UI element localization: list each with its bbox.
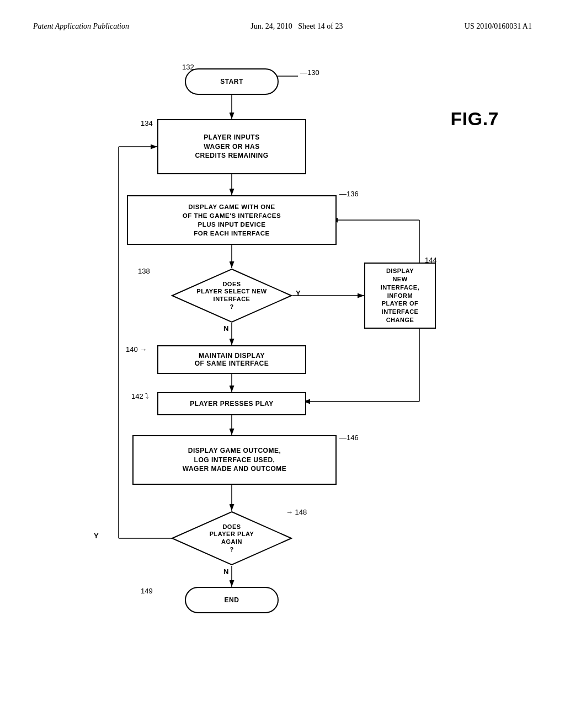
player-inputs-node: PLAYER INPUTS WAGER OR HAS CREDITS REMAI… — [157, 119, 306, 174]
end-label: END — [225, 596, 239, 604]
does-player-play-label: DOESPLAYER PLAYAGAIN? — [210, 523, 254, 554]
label-149: 149 — [141, 587, 153, 595]
display-new-node: DISPLAY NEW INTERFACE, INFORM PLAYER OF … — [364, 263, 436, 329]
display-outcome-label: DISPLAY GAME OUTCOME, LOG INTERFACE USED… — [183, 446, 287, 474]
label-134: 134 — [141, 119, 153, 127]
does-select-y-label: Y — [296, 289, 301, 297]
does-player-select-node: DOESPLAYER SELECT NEWINTERFACE? — [171, 268, 292, 323]
label-142: 142 ⤵ — [131, 392, 149, 400]
does-player-select-label: DOESPLAYER SELECT NEWINTERFACE? — [196, 281, 266, 311]
maintain-display-node: MAINTAIN DISPLAY OF SAME INTERFACE — [157, 345, 306, 374]
page: Patent Application Publication Jun. 24, … — [0, 0, 565, 728]
display-game-label: DISPLAY GAME WITH ONE OF THE GAME'S INTE… — [183, 202, 281, 238]
header-patent: US 2010/0160031 A1 — [465, 22, 532, 30]
fig-label: FIG.7 — [450, 108, 499, 130]
label-146: —146 — [339, 433, 359, 442]
display-new-label: DISPLAY NEW INTERFACE, INFORM PLAYER OF … — [381, 267, 419, 324]
diagram-area: FIG.7 —130 132 START 134 PLAYER INPUTS W… — [33, 47, 532, 671]
header-date: Jun. 24, 2010 — [250, 22, 292, 30]
player-presses-node: PLAYER PRESSES PLAY — [157, 392, 306, 415]
label-140: 140 → — [126, 345, 147, 354]
label-136: —136 — [339, 190, 359, 198]
header-center: Jun. 24, 2010 Sheet 14 of 23 — [250, 22, 343, 31]
start-node: START — [185, 68, 279, 95]
does-select-n-label: N — [223, 324, 228, 333]
display-game-node: DISPLAY GAME WITH ONE OF THE GAME'S INTE… — [127, 195, 337, 245]
display-outcome-node: DISPLAY GAME OUTCOME, LOG INTERFACE USED… — [132, 435, 337, 485]
label-130: —130 — [300, 68, 319, 77]
does-play-y-label: Y — [94, 532, 99, 540]
does-player-play-node: DOESPLAYER PLAYAGAIN? — [171, 511, 292, 566]
maintain-display-label: MAINTAIN DISPLAY OF SAME INTERFACE — [195, 352, 269, 367]
header: Patent Application Publication Jun. 24, … — [33, 22, 532, 31]
header-right: US 2010/0160031 A1 — [465, 22, 532, 31]
end-node: END — [185, 587, 279, 613]
publication-title: Patent Application Publication — [33, 22, 129, 30]
start-label: START — [220, 78, 243, 85]
does-play-n-label: N — [223, 568, 228, 576]
header-left: Patent Application Publication — [33, 22, 129, 31]
player-inputs-label: PLAYER INPUTS WAGER OR HAS CREDITS REMAI… — [195, 133, 268, 160]
label-138: 138 — [138, 267, 150, 275]
player-presses-label: PLAYER PRESSES PLAY — [190, 400, 273, 408]
header-sheet: Sheet 14 of 23 — [298, 22, 343, 30]
